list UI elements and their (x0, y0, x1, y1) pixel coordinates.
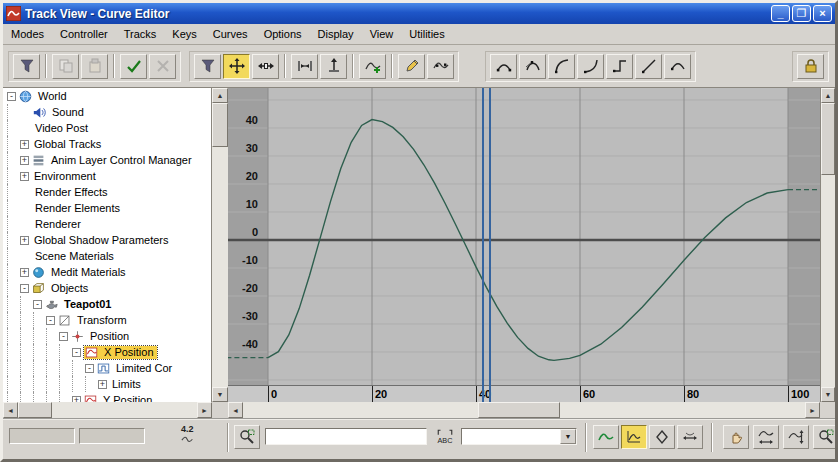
set-tangents-step-button[interactable] (606, 54, 633, 79)
curve-scroll-right-button[interactable]: ► (805, 402, 820, 418)
tree-item-limits[interactable]: +Limits (3, 376, 211, 392)
expand-toggle[interactable]: + (20, 156, 29, 165)
collapse-toggle[interactable]: - (7, 92, 16, 101)
filters-button[interactable] (13, 54, 40, 79)
minimize-button[interactable]: _ (771, 5, 790, 22)
collapse-toggle[interactable]: - (20, 284, 29, 293)
menu-tracks[interactable]: Tracks (116, 25, 165, 43)
menu-view[interactable]: View (362, 25, 402, 43)
dropdown-arrow-icon[interactable]: ▼ (560, 429, 576, 444)
zoom-button[interactable] (813, 425, 838, 449)
time-slider[interactable] (482, 88, 491, 402)
key-stats-icon[interactable]: 4.2 (181, 425, 195, 452)
paste-controller-button[interactable] (81, 54, 108, 79)
tree-item-video-post[interactable]: Video Post (3, 120, 211, 136)
reduce-keys-button[interactable] (427, 54, 454, 79)
set-tangents-smooth-button[interactable] (664, 54, 691, 79)
tree-item-sound[interactable]: Sound (3, 104, 211, 120)
tree-item-limited-cor[interactable]: -Limited Cor (3, 360, 211, 376)
collapse-toggle[interactable]: - (46, 316, 55, 325)
tree-item-transform[interactable]: -Transform (3, 312, 211, 328)
tree-item-global-tracks[interactable]: +Global Tracks (3, 136, 211, 152)
tree-item-render-elements[interactable]: Render Elements (3, 200, 211, 216)
show-curves-button[interactable] (593, 425, 619, 449)
slide-keys-button[interactable] (252, 54, 279, 79)
tree-item-environment[interactable]: +Environment (3, 168, 211, 184)
zoom-horizontal-extents-button[interactable] (753, 425, 779, 449)
tree-item-render-effects[interactable]: Render Effects (3, 184, 211, 200)
tree-scroll-thumb[interactable] (212, 103, 228, 147)
expand-toggle[interactable]: + (20, 172, 29, 181)
tree-scroll-up-button[interactable]: ▲ (212, 88, 228, 103)
function-curve-mode-button[interactable] (621, 425, 647, 449)
pan-button[interactable] (723, 425, 749, 449)
move-keys-button[interactable] (223, 54, 250, 79)
curve-vertical-scrollbar[interactable]: ▲ ▼ (820, 88, 835, 402)
menu-options[interactable]: Options (256, 25, 310, 43)
menu-modes[interactable]: Modes (3, 25, 52, 43)
curve-scroll-left-button[interactable]: ◄ (228, 402, 243, 418)
tree-item-teapot01[interactable]: -Teapot01 (3, 296, 211, 312)
tree-horizontal-scrollbar[interactable]: ◄ ► (3, 402, 212, 418)
tree-item-scene-materials[interactable]: Scene Materials (3, 248, 211, 264)
set-tangents-custom-button[interactable] (519, 54, 546, 79)
tree-item-renderer[interactable]: Renderer (3, 216, 211, 232)
tree-scroll-right-button[interactable]: ► (197, 402, 212, 418)
tree-item-position[interactable]: -Position (3, 328, 211, 344)
menu-controller[interactable]: Controller (52, 25, 116, 43)
curve-hscroll-thumb[interactable] (478, 402, 560, 418)
key-value-field[interactable] (79, 428, 145, 444)
time-ruler[interactable]: 020406080100 (228, 385, 820, 402)
curve-horizontal-scrollbar[interactable]: ◄ ► (228, 402, 820, 418)
curve-scroll-thumb[interactable] (821, 103, 835, 175)
collapse-toggle[interactable]: - (33, 300, 42, 309)
key-time-field[interactable] (9, 428, 75, 444)
maximize-button[interactable]: ❐ (792, 5, 811, 22)
expand-toggle[interactable]: + (98, 380, 107, 389)
curve-canvas[interactable]: 403020100-10-20-30-40 020406080100 (228, 88, 820, 402)
expand-toggle[interactable]: + (20, 236, 29, 245)
menu-utilities[interactable]: Utilities (401, 25, 452, 43)
collapse-toggle[interactable]: - (59, 332, 68, 341)
collapse-toggle[interactable]: - (72, 348, 81, 357)
tree-item-x-position[interactable]: -X Position (3, 344, 211, 360)
set-tangents-linear-button[interactable] (635, 54, 662, 79)
scale-keys-button[interactable] (291, 54, 318, 79)
function-curve-plot[interactable] (228, 88, 820, 385)
tree-hscroll-thumb[interactable] (18, 402, 52, 418)
menu-display[interactable]: Display (310, 25, 362, 43)
tree-item-medit-materials[interactable]: +Medit Materials (3, 264, 211, 280)
set-tangents-fast-button[interactable] (548, 54, 575, 79)
delete-controller-button[interactable] (149, 54, 176, 79)
curve-scroll-up-button[interactable]: ▲ (821, 88, 835, 103)
set-tangents-slow-button[interactable] (577, 54, 604, 79)
expand-toggle[interactable]: + (20, 268, 29, 277)
menu-keys[interactable]: Keys (164, 25, 204, 43)
selected-track-highlight[interactable]: X Position (84, 346, 157, 359)
tree-vertical-scrollbar[interactable]: ▲ ▼ (212, 88, 228, 402)
assign-controller-button[interactable] (120, 54, 147, 79)
curve-scroll-down-button[interactable]: ▼ (821, 387, 835, 402)
tree-scroll-down-button[interactable]: ▼ (212, 387, 228, 402)
set-tangents-auto-button[interactable] (490, 54, 517, 79)
zoom-value-extents-button[interactable] (783, 425, 809, 449)
zoom-selected-object-button[interactable] (649, 425, 675, 449)
tree-item-anim-layer-control-manager[interactable]: +Anim Layer Control Manager (3, 152, 211, 168)
expand-toggle[interactable]: + (20, 140, 29, 149)
filters-keys-button[interactable] (194, 54, 221, 79)
copy-controller-button[interactable] (52, 54, 79, 79)
tree-item-world[interactable]: -World (3, 88, 211, 104)
controller-dropdown[interactable]: ▼ (461, 428, 577, 445)
collapse-toggle[interactable]: - (85, 364, 94, 373)
zoom-region-button[interactable] (234, 425, 260, 449)
tree-item-y-position[interactable]: +Y Position (3, 392, 211, 402)
add-keys-button[interactable] (359, 54, 386, 79)
draw-curves-button[interactable] (398, 54, 425, 79)
tree-scroll-left-button[interactable]: ◄ (3, 402, 18, 418)
tree-item-objects[interactable]: -Objects (3, 280, 211, 296)
track-hierarchy-tree[interactable]: -WorldSoundVideo Post+Global Tracks+Anim… (3, 88, 212, 402)
scale-values-button[interactable] (320, 54, 347, 79)
tree-item-global-shadow-parameters[interactable]: +Global Shadow Parameters (3, 232, 211, 248)
lock-tangents-button[interactable] (797, 54, 824, 79)
close-button[interactable]: × (813, 5, 832, 22)
